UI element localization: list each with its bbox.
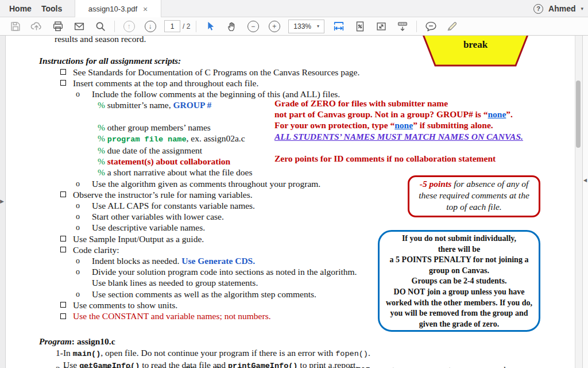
checkbox-glyph: [60, 302, 66, 308]
hand-icon: [226, 20, 238, 33]
callout-line: given the grade of zero.: [380, 319, 539, 330]
callout-line: -5 points for absence of any of: [409, 178, 539, 190]
doc-line: Insert comments at the top and throughou…: [6, 78, 575, 89]
text-segment: results and season record.: [55, 36, 146, 44]
text-segment: Indent blocks as needed.: [92, 256, 181, 266]
document-tab[interactable]: assign10-3.pdf ×: [75, 0, 161, 18]
doc-line: results and season record.: [6, 36, 575, 44]
text-segment: For your own protection, type “: [274, 120, 394, 130]
checkbox-glyph: [60, 313, 66, 319]
hand-tool-button[interactable]: [223, 19, 241, 34]
callout-line: worked with the other members. If you do…: [380, 298, 539, 309]
checkbox-glyph: [60, 247, 66, 252]
text-segment: Instructions for all assignment scripts:: [39, 56, 181, 66]
save-button[interactable]: [7, 19, 24, 34]
text-segment: due date of the assignment: [107, 145, 202, 155]
text-segment: %: [98, 122, 107, 132]
pdf-page: break results and season record.Instruct…: [6, 36, 575, 368]
text-segment: %: [98, 167, 107, 177]
text-segment: -5 points: [420, 179, 452, 189]
title-bar: Home Tools assign10-3.pdf × ? Ahmed ▾: [0, 0, 588, 17]
toolbar-divider: [114, 21, 115, 32]
circle-bullet: o: [76, 89, 80, 99]
callout-line: Groups can be 2-4 students.: [380, 276, 539, 287]
search-button[interactable]: [92, 19, 109, 34]
text-segment: top of each file.: [446, 202, 501, 212]
cursor-arrow-icon: [204, 20, 217, 33]
text-segment: Use blank lines as needed to group state…: [92, 278, 258, 288]
search-icon: [94, 20, 107, 33]
callout-line: If you do not submit individually,: [380, 233, 539, 244]
open-right-panel-icon[interactable]: ◀: [583, 178, 587, 183]
circle-bullet: o: [76, 178, 80, 189]
chevron-down-icon[interactable]: ▾: [581, 6, 583, 12]
save-icon: [9, 20, 22, 33]
print-button[interactable]: [49, 19, 67, 34]
fit-width-button[interactable]: [330, 19, 347, 34]
titlebar-right: ? Ahmed ▾: [533, 0, 583, 17]
arrow-up-icon: ↑: [123, 21, 135, 32]
circle-bullet: o: [76, 266, 80, 277]
next-page-button[interactable]: ↓: [142, 19, 159, 34]
email-button[interactable]: [71, 19, 88, 34]
menu-tools[interactable]: Tools: [38, 0, 65, 17]
text-segment: %: [98, 133, 107, 143]
text-segment: Use descriptive variable names.: [92, 223, 205, 232]
right-panel-strip: ◀: [582, 36, 588, 368]
callout-line: there will be: [380, 244, 539, 255]
text-segment: GROUP #: [173, 100, 211, 110]
text-segment: Start other variables with lower case.: [92, 212, 224, 221]
page-number-input[interactable]: [164, 20, 180, 32]
envelope-icon: [73, 20, 86, 33]
doc-line: Zero points for ID comments if no collab…: [274, 153, 547, 164]
callout-line: these required comments at the: [409, 190, 539, 201]
callout-line: you will be removed from the group and: [380, 308, 539, 319]
toolbar: ↑ ↓ / 2 − + 133% ▾: [0, 17, 588, 36]
scrollbar-thumb[interactable]: [576, 80, 581, 148]
user-menu[interactable]: Ahmed: [548, 4, 575, 13]
open-left-panel-icon[interactable]: ▶: [0, 198, 4, 204]
checkbox-glyph: [60, 236, 66, 241]
select-tool-button[interactable]: [202, 19, 219, 34]
zoom-level-select[interactable]: 133% ▾: [288, 20, 324, 33]
text-segment: Insert comments at the top and throughou…: [73, 78, 258, 88]
doc-line: 1-In main(), open file. Do not continue …: [6, 347, 575, 359]
text-segment: statement(s) about collaboration: [107, 156, 230, 166]
circle-bullet: o: [76, 211, 80, 222]
zoom-level-value: 133%: [293, 22, 311, 30]
fit-width-icon: [332, 20, 345, 33]
page-count-label: / 2: [183, 22, 190, 30]
arrow-down-icon: ↓: [145, 21, 156, 32]
tab-close-icon[interactable]: ×: [143, 5, 148, 13]
highlight-button[interactable]: [444, 19, 461, 34]
link-none[interactable]: none: [394, 120, 413, 130]
menu-home[interactable]: Home: [6, 0, 35, 17]
fit-page-button[interactable]: [351, 19, 369, 34]
cloud-upload-button[interactable]: [28, 19, 45, 34]
comment-button[interactable]: [423, 19, 440, 34]
text-segment: ”.: [506, 109, 513, 119]
text-segment: program file name: [107, 135, 187, 144]
comment-bubble-icon: [424, 20, 438, 33]
zoom-in-button[interactable]: +: [266, 19, 283, 34]
text-segment: : assign10.c: [72, 336, 115, 346]
text-segment: submitter’s name,: [107, 100, 173, 110]
text-segment: 2-In: [56, 365, 73, 368]
previous-page-button[interactable]: ↑: [121, 19, 138, 34]
zoom-out-button[interactable]: −: [245, 19, 262, 34]
document-viewer: break results and season record.Instruct…: [0, 36, 588, 368]
doc-line: not part of Canvas group. Not in a group…: [274, 109, 547, 120]
checkbox-glyph: [60, 191, 66, 197]
cloud-upload-icon: [30, 20, 43, 33]
text-segment: Use section comments as well as the algo…: [92, 289, 316, 299]
fullscreen-icon: [375, 20, 388, 33]
minus-icon: −: [247, 21, 259, 32]
text-segment: Divide your solution program code into s…: [92, 267, 357, 277]
text-segment: , read the data file one flow at a time …: [133, 365, 356, 368]
callout-line: group on Canvas.: [380, 266, 539, 277]
read-mode-button[interactable]: [394, 19, 411, 34]
link-none[interactable]: none: [488, 109, 506, 119]
fullscreen-button[interactable]: [373, 19, 390, 34]
help-icon[interactable]: ?: [533, 4, 543, 14]
text-segment: , ex. assign02a.c: [187, 133, 245, 143]
